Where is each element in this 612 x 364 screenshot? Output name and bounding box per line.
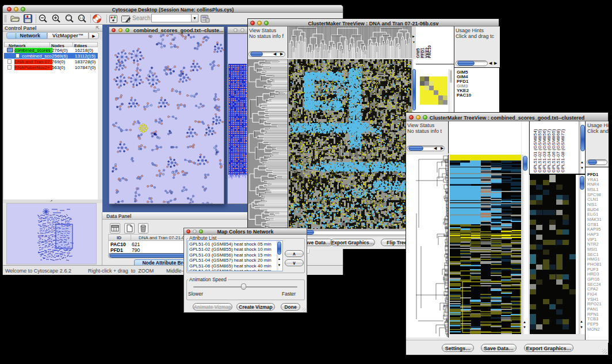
svg-text:1:1: 1:1 <box>79 16 83 20</box>
svg-text:GPL51-08 (GSM872): GPL51-08 (GSM872) <box>560 129 565 173</box>
svg-text:PAC10: PAC10 <box>427 45 431 58</box>
